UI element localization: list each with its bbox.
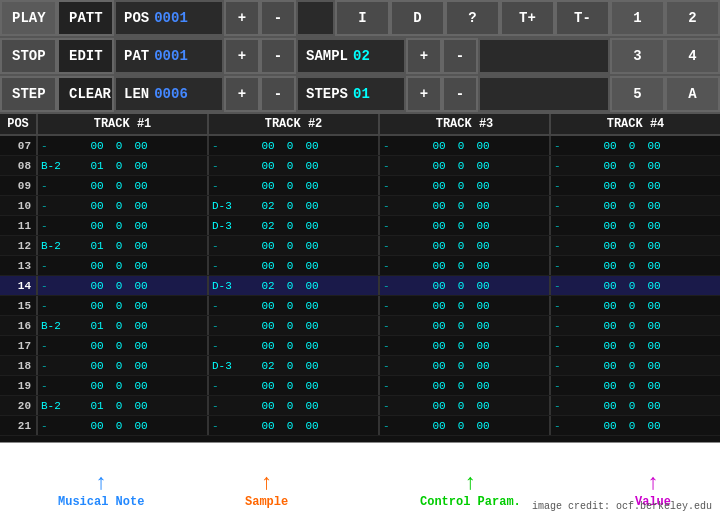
ctrl-cell: 0 — [110, 196, 128, 215]
table-row[interactable]: 17 - 00 0 00 - 00 0 00 - 00 0 00 - 00 — [0, 336, 720, 356]
vel-cell: 00 — [128, 276, 154, 295]
samp-cell: 02 — [255, 276, 281, 295]
note-cell: - — [38, 336, 84, 355]
note-cell: - — [380, 216, 426, 235]
vel-cell: 00 — [641, 216, 667, 235]
track2-cells: D-3 02 0 00 — [209, 196, 380, 215]
patt-button[interactable]: PATT — [57, 0, 114, 36]
table-row[interactable]: 07 - 00 0 00 - 00 0 00 - 00 0 00 - 00 — [0, 136, 720, 156]
ctrl-cell: 0 — [623, 176, 641, 195]
track2-cells: - 00 0 00 — [209, 156, 380, 175]
table-row[interactable]: 09 - 00 0 00 - 00 0 00 - 00 0 00 - 00 — [0, 176, 720, 196]
track4-cells: - 00 0 00 — [551, 296, 720, 315]
ctrl-cell: 0 — [110, 336, 128, 355]
ctrl-cell: 0 — [110, 356, 128, 375]
pat-display: PAT 0001 — [114, 38, 224, 74]
steps-display: STEPS 01 — [296, 76, 406, 112]
track1-cells: B-2 01 0 00 — [38, 316, 209, 335]
control-label: Control Param. — [420, 495, 521, 509]
pat-plus-button[interactable]: + — [224, 38, 260, 74]
table-row[interactable]: 08 B-2 01 0 00 - 00 0 00 - 00 0 00 - 0 — [0, 156, 720, 176]
samp-cell: 00 — [84, 216, 110, 235]
ctrl-cell: 0 — [452, 336, 470, 355]
table-row[interactable]: 13 - 00 0 00 - 00 0 00 - 00 0 00 - 00 — [0, 256, 720, 276]
vel-cell: 00 — [299, 396, 325, 415]
btn-4[interactable]: 4 — [665, 38, 720, 74]
note-cell: - — [380, 336, 426, 355]
pos-plus-button[interactable]: + — [224, 0, 260, 36]
table-row[interactable]: 16 B-2 01 0 00 - 00 0 00 - 00 0 00 - 0 — [0, 316, 720, 336]
len-plus-button[interactable]: + — [224, 76, 260, 112]
credit-text: image credit: ocf.berkeley.edu — [532, 501, 712, 512]
vel-cell: 00 — [128, 416, 154, 435]
vel-cell: 00 — [299, 376, 325, 395]
vel-cell: 00 — [299, 256, 325, 275]
stop-button[interactable]: STOP — [0, 38, 57, 74]
track1-cells: B-2 01 0 00 — [38, 396, 209, 415]
vel-cell: 00 — [128, 196, 154, 215]
note-cell: - — [380, 276, 426, 295]
ctrl-cell: 0 — [110, 416, 128, 435]
table-row[interactable]: 21 - 00 0 00 - 00 0 00 - 00 0 00 - 00 — [0, 416, 720, 436]
table-row[interactable]: 18 - 00 0 00 D-3 02 0 00 - 00 0 00 - 0 — [0, 356, 720, 376]
table-row[interactable]: 10 - 00 0 00 D-3 02 0 00 - 00 0 00 - 0 — [0, 196, 720, 216]
vel-cell: 00 — [641, 256, 667, 275]
btn-2[interactable]: 2 — [665, 0, 720, 36]
note-cell: - — [551, 296, 597, 315]
btn-q[interactable]: ? — [445, 0, 500, 36]
track2-header: TRACK #2 — [209, 114, 380, 134]
play-button[interactable]: PLAY — [0, 0, 57, 36]
pos-minus-button[interactable]: - — [260, 0, 296, 36]
table-row[interactable]: 14 - 00 0 00 D-3 02 0 00 - 00 0 00 - 0 — [0, 276, 720, 296]
pat-minus-button[interactable]: - — [260, 38, 296, 74]
vel-cell: 00 — [641, 296, 667, 315]
steps-minus-button[interactable]: - — [442, 76, 478, 112]
sampl-value: 02 — [353, 48, 370, 64]
samp-cell: 00 — [84, 176, 110, 195]
ctrl-cell: 0 — [452, 236, 470, 255]
table-row[interactable]: 19 - 00 0 00 - 00 0 00 - 00 0 00 - 00 — [0, 376, 720, 396]
vel-cell: 00 — [128, 216, 154, 235]
note-cell: - — [551, 236, 597, 255]
pos-cell: 12 — [0, 236, 38, 255]
btn-1[interactable]: 1 — [610, 0, 665, 36]
btn-5[interactable]: 5 — [610, 76, 665, 112]
btn-d[interactable]: D — [390, 0, 445, 36]
toolbar: PLAY PATT POS 0001 + - I D ? T+ T- 1 2 S… — [0, 0, 720, 114]
samp-cell: 00 — [426, 396, 452, 415]
sample-arrow-icon: ↑ — [260, 473, 273, 495]
track2-cells: - 00 0 00 — [209, 336, 380, 355]
len-value: 0006 — [154, 86, 188, 102]
track1-cells: - 00 0 00 — [38, 216, 209, 235]
table-row[interactable]: 15 - 00 0 00 - 00 0 00 - 00 0 00 - 00 — [0, 296, 720, 316]
btn-tminus[interactable]: T- — [555, 0, 610, 36]
note-cell: - — [551, 356, 597, 375]
step-button[interactable]: STEP — [0, 76, 57, 112]
track3-cells: - 00 0 00 — [380, 176, 551, 195]
steps-plus-button[interactable]: + — [406, 76, 442, 112]
track2-cells: - 00 0 00 — [209, 176, 380, 195]
note-cell: - — [38, 176, 84, 195]
table-row[interactable]: 20 B-2 01 0 00 - 00 0 00 - 00 0 00 - 0 — [0, 396, 720, 416]
btn-tplus[interactable]: T+ — [500, 0, 555, 36]
edit-button[interactable]: EDIT — [57, 38, 114, 74]
table-row[interactable]: 11 - 00 0 00 D-3 02 0 00 - 00 0 00 - 0 — [0, 216, 720, 236]
table-row[interactable]: 12 B-2 01 0 00 - 00 0 00 - 00 0 00 - 0 — [0, 236, 720, 256]
btn-i[interactable]: I — [335, 0, 390, 36]
samp-cell: 00 — [426, 276, 452, 295]
samp-cell: 00 — [597, 316, 623, 335]
track1-cells: - 00 0 00 — [38, 196, 209, 215]
note-cell: - — [38, 276, 84, 295]
clear-button[interactable]: CLEAR — [57, 76, 114, 112]
sampl-plus-button[interactable]: + — [406, 38, 442, 74]
note-cell: - — [38, 216, 84, 235]
samp-cell: 00 — [597, 416, 623, 435]
sampl-minus-button[interactable]: - — [442, 38, 478, 74]
note-label: Musical Note — [58, 495, 144, 509]
btn-3[interactable]: 3 — [610, 38, 665, 74]
btn-a[interactable]: A — [665, 76, 720, 112]
note-cell: - — [551, 276, 597, 295]
note-cell: - — [209, 396, 255, 415]
pos-cell: 10 — [0, 196, 38, 215]
len-minus-button[interactable]: - — [260, 76, 296, 112]
